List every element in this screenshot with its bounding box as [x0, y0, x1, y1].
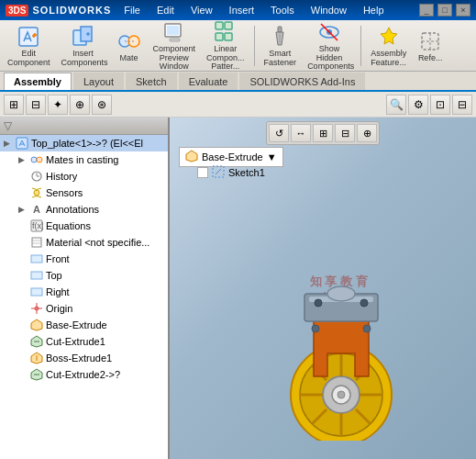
menu-help[interactable]: Help [360, 3, 388, 17]
show-hidden-button[interactable]: ShowHiddenComponents [304, 17, 355, 74]
assembly-features-button[interactable]: AssemblyFeature... [367, 22, 410, 70]
tree-label-base-extrude: Base-Extrude [46, 319, 107, 330]
main-toolbar: EditComponent InsertComponents Mate [0, 20, 476, 72]
tree-item-cut-extrude1[interactable]: ▶ Cut-Extrude1 [0, 333, 168, 350]
tree-item-material[interactable]: ▶ Material <not specifie... [0, 234, 168, 251]
svg-text:f(x): f(x) [32, 221, 43, 230]
sketch-item[interactable]: Sketch1 [197, 165, 265, 180]
svg-rect-15 [278, 27, 282, 32]
assembly-features-icon [376, 24, 402, 50]
title-controls: _ □ × [419, 4, 470, 17]
sec-btn-2[interactable]: ⊟ [26, 95, 46, 115]
minimize-button[interactable]: _ [419, 4, 434, 17]
tree-item-mates[interactable]: ▶ Mates in casting [0, 151, 168, 168]
menu-window[interactable]: Window [307, 3, 350, 17]
toolbar-divider-2 [360, 26, 361, 66]
component-preview-icon [161, 19, 187, 45]
tree-label-top-plate: Top_plate<1>->? (El<<El [31, 138, 143, 149]
viewport-panel[interactable]: ↺ ↔ ⊞ ⊟ ⊕ Base-Extrude ▼ Sk [170, 118, 476, 459]
menu-insert[interactable]: Insert [226, 3, 259, 17]
tab-evaluate[interactable]: Evaluate [179, 73, 238, 90]
close-button[interactable]: × [456, 4, 470, 17]
tree-item-annotations[interactable]: ▶ A Annotations [0, 201, 168, 218]
menu-view[interactable]: View [187, 3, 216, 17]
svg-rect-10 [170, 39, 180, 41]
tree-item-boss-extrude1[interactable]: ▶ Boss-Extrude1 [0, 350, 168, 366]
sec-btn-3[interactable]: ✦ [48, 95, 68, 115]
linear-component-label: LinearCompon...Patter... [206, 45, 245, 73]
feature-manager-label: Base-Extrude [202, 151, 263, 162]
assembly-features-label: AssemblyFeature... [371, 50, 406, 68]
vp-btn-zoom-out[interactable]: ⊟ [335, 124, 355, 142]
svg-rect-14 [225, 33, 232, 40]
svg-rect-12 [225, 22, 232, 29]
app-logo: 3DS SOLIDWORKS [6, 5, 111, 17]
svg-point-61 [315, 299, 322, 307]
linear-component-icon [213, 19, 238, 45]
tree-item-top-plate[interactable]: ▶ Top_plate<1>->? (El<<El [0, 135, 168, 151]
feature-tree-header: ▽ [0, 118, 168, 135]
sketch-label: Sketch1 [228, 167, 265, 178]
svg-rect-11 [216, 22, 223, 29]
mate-button[interactable]: Mate [113, 27, 146, 65]
linear-component-button[interactable]: LinearCompon...Patter... [203, 17, 249, 74]
insert-components-button[interactable]: InsertComponents [58, 22, 109, 70]
toolbar-divider-1 [254, 26, 255, 66]
ds-logo: 3DS [6, 5, 28, 17]
edit-component-button[interactable]: EditComponent [4, 22, 54, 70]
sec-btn-4[interactable]: ⊕ [70, 95, 90, 115]
svg-rect-13 [216, 33, 223, 40]
mate-label: Mate [120, 54, 138, 63]
maximize-button[interactable]: □ [437, 4, 452, 17]
menu-file[interactable]: File [120, 3, 144, 17]
tree-item-base-extrude[interactable]: ▶ Base-Extrude [0, 317, 168, 333]
component-preview-button[interactable]: ComponentPreviewWindow [149, 17, 200, 74]
sketch-icon [212, 165, 225, 180]
tab-solidworks-addins[interactable]: SOLIDWORKS Add-Ins [239, 73, 365, 90]
sec-btn-1[interactable]: ⊞ [4, 95, 24, 115]
svg-point-63 [327, 286, 355, 301]
sec-btn-8[interactable]: ⊡ [430, 95, 450, 115]
tree-icon-cut-extrude2 [29, 367, 44, 382]
tree-item-equations[interactable]: ▶ f(x) Equations [0, 218, 168, 234]
menu-edit[interactable]: Edit [153, 3, 178, 17]
vp-btn-zoom-in[interactable]: ⊕ [357, 124, 377, 142]
insert-components-icon [71, 24, 96, 50]
tree-icon-right [29, 285, 44, 299]
vp-btn-rotate[interactable]: ↺ [269, 124, 289, 142]
svg-rect-39 [31, 288, 42, 296]
tree-icon-material [29, 235, 44, 250]
menu-bar: File Edit View Insert Tools Window Help [120, 3, 387, 17]
tree-label-history: History [46, 171, 77, 182]
svg-point-62 [360, 299, 368, 307]
tree-item-top[interactable]: ▶ Top [0, 267, 168, 284]
vp-btn-pan[interactable]: ↔ [291, 124, 311, 142]
smart-fasteners-button[interactable]: SmartFastener [260, 22, 301, 70]
sec-btn-5[interactable]: ⊛ [92, 95, 112, 115]
smart-fasteners-icon [267, 24, 293, 50]
tree-arrow-mates: ▶ [18, 155, 29, 164]
tree-item-sensors[interactable]: ▶ Sensors [0, 185, 168, 201]
vp-btn-zoom-fit[interactable]: ⊞ [313, 124, 333, 142]
tree-item-right[interactable]: ▶ Right [0, 284, 168, 300]
tree-item-front[interactable]: ▶ Front [0, 251, 168, 267]
smart-fasteners-label: SmartFastener [264, 50, 297, 68]
tab-layout[interactable]: Layout [73, 73, 124, 90]
sketch-checkbox[interactable] [197, 167, 208, 178]
sec-btn-7[interactable]: ⚙ [408, 95, 428, 115]
tab-sketch[interactable]: Sketch [126, 73, 177, 90]
viewport-toolbar: ↺ ↔ ⊞ ⊟ ⊕ [266, 121, 380, 145]
menu-tools[interactable]: Tools [267, 3, 298, 17]
tree-item-cut-extrude2[interactable]: ▶ Cut-Extrude2->? [0, 366, 168, 383]
tree-icon-front [29, 252, 44, 266]
feature-tree-panel: ▽ ▶ Top_plate<1>->? (El<<El ▶ [0, 118, 170, 459]
base-extrude-dropdown-icon [185, 150, 198, 164]
reference-button[interactable]: Refe... [414, 27, 447, 65]
search-button[interactable]: 🔍 [386, 95, 406, 115]
tree-item-history[interactable]: ▶ History [0, 168, 168, 185]
tab-assembly[interactable]: Assembly [4, 73, 72, 90]
sec-btn-9[interactable]: ⊟ [452, 95, 472, 115]
tree-item-origin[interactable]: ▶ Origin [0, 300, 168, 317]
feature-manager-dropdown[interactable]: Base-Extrude ▼ [179, 147, 283, 167]
tree-arrow-annotations: ▶ [18, 205, 29, 214]
